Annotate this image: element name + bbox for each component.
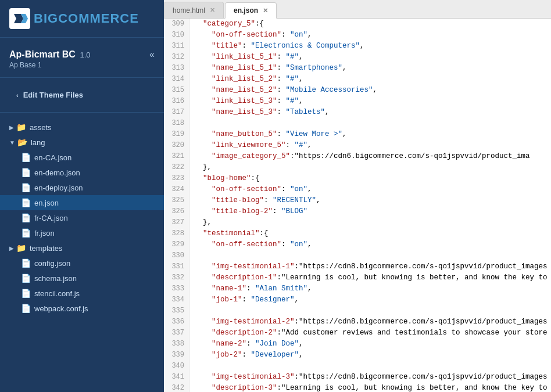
logo-bar: BIGCOMMERCE xyxy=(0,0,164,38)
fr-ca-label: fr-CA.json xyxy=(34,214,68,222)
assets-toggle-icon: ▶ xyxy=(9,124,14,131)
webpack-label: webpack.conf.js xyxy=(34,304,88,313)
sidebar-item-schema-json[interactable]: 📄 schema.json xyxy=(0,271,164,286)
code-line: "on-off-section": "on", xyxy=(194,239,546,250)
code-wrapper: "category_5":{ "on-off-section": "on", "… xyxy=(189,19,551,392)
code-line: "img-testimonial-3":"https://cdn8.bigcom… xyxy=(194,372,546,383)
sidebar-item-en-demo-json[interactable]: 📄 en-demo.json xyxy=(0,165,164,180)
app-info: Ap-Bicmart BC 1.0 « Ap Base 1 xyxy=(0,38,164,75)
lang-folder-icon: 📂 xyxy=(17,138,27,147)
sidebar-item-stencil-conf[interactable]: 📄 stencil.conf.js xyxy=(0,286,164,301)
sidebar-item-assets[interactable]: ▶ 📁 assets xyxy=(0,120,164,135)
sidebar-item-config-json[interactable]: 📄 config.json xyxy=(0,256,164,271)
en-demo-file-icon: 📄 xyxy=(21,168,31,177)
config-label: config.json xyxy=(34,259,70,268)
code-line: "name_list_5_3": "Tablets", xyxy=(194,107,546,118)
code-line xyxy=(194,361,546,372)
schema-file-icon: 📄 xyxy=(21,274,31,283)
editor-area: home.html ✕ en.json ✕ 309310311312313314… xyxy=(164,0,551,392)
en-ca-file-icon: 📄 xyxy=(21,153,31,162)
templates-label: templates xyxy=(30,244,62,253)
sidebar-item-webpack-conf[interactable]: 📄 webpack.conf.js xyxy=(0,301,164,316)
lang-label: lang xyxy=(31,138,45,147)
code-line: "title-blog": "RECENTLY", xyxy=(194,195,546,206)
code-line: "blog-home":{ xyxy=(194,173,546,184)
assets-label: assets xyxy=(30,123,52,132)
fr-file-icon: 📄 xyxy=(21,228,31,238)
edit-theme-files-button[interactable]: ‹ Edit Theme Files xyxy=(7,85,157,105)
code-line: "category_5":{ xyxy=(194,19,546,30)
en-ca-label: en-CA.json xyxy=(34,153,71,162)
webpack-file-icon: 📄 xyxy=(21,304,31,313)
logo-commerce: COMMERCE xyxy=(58,11,139,26)
schema-label: schema.json xyxy=(34,274,77,283)
file-tree: ▶ 📁 assets ▼ 📂 lang 📄 en-CA.json 📄 en-de… xyxy=(0,115,164,392)
code-line: "name-1": "Alan Smith", xyxy=(194,283,546,294)
code-line xyxy=(194,118,546,129)
tab-bar: home.html ✕ en.json ✕ xyxy=(164,0,551,19)
sidebar-divider-2 xyxy=(0,112,164,113)
config-file-icon: 📄 xyxy=(21,258,31,268)
line-numbers: 3093103113123133143153163173183193203213… xyxy=(164,19,189,392)
edit-theme-chevron-icon: ‹ xyxy=(16,92,19,99)
sidebar-item-lang[interactable]: ▼ 📂 lang xyxy=(0,135,164,150)
stencil-label: stencil.conf.js xyxy=(34,289,80,298)
code-line: "description-3":"Learning is cool, but k… xyxy=(194,383,546,392)
code-editor[interactable]: 3093103113123133143153163173183193203213… xyxy=(164,19,551,392)
bigcommerce-logo-icon xyxy=(9,8,30,29)
tab-en-json[interactable]: en.json ✕ xyxy=(225,2,277,19)
tab-home-html-close-icon[interactable]: ✕ xyxy=(210,6,215,14)
code-line: "img-testimonial-2":"https://cdn8.bigcom… xyxy=(194,317,546,328)
en-deploy-file-icon: 📄 xyxy=(21,183,31,192)
edit-theme-label: Edit Theme Files xyxy=(23,91,83,99)
code-line: "name_list_5_2": "Mobile Accessories", xyxy=(194,85,546,96)
sidebar-collapse-button[interactable]: « xyxy=(149,49,155,60)
fr-ca-file-icon: 📄 xyxy=(21,213,31,222)
code-line xyxy=(194,305,546,317)
code-line: }, xyxy=(194,217,546,228)
en-deploy-label: en-deploy.json xyxy=(34,184,83,192)
tab-en-json-close-icon[interactable]: ✕ xyxy=(263,7,268,15)
sidebar-item-en-deploy-json[interactable]: 📄 en-deploy.json xyxy=(0,180,164,195)
code-line: "description-1":"Learning is cool, but k… xyxy=(194,272,546,283)
sidebar-item-fr-json[interactable]: 📄 fr.json xyxy=(0,225,164,240)
code-line: "image_category_5":"https://cdn6.bigcomm… xyxy=(194,151,546,162)
templates-folder-icon: 📁 xyxy=(16,243,26,253)
code-line: "title": "Electronics & Computers", xyxy=(194,41,546,52)
code-content: "category_5":{ "on-off-section": "on", "… xyxy=(189,19,551,392)
code-line: "job-1": "Designer", xyxy=(194,294,546,305)
code-line: "link_list_5_3": "#", xyxy=(194,96,546,107)
en-demo-label: en-demo.json xyxy=(34,168,80,177)
code-line: "link_list_5_1": "#", xyxy=(194,52,546,63)
sidebar: BIGCOMMERCE Ap-Bicmart BC 1.0 « Ap Base … xyxy=(0,0,164,392)
code-line: "title-blog-2": "BLOG" xyxy=(194,206,546,217)
code-line: "link_viewmore_5": "#", xyxy=(194,140,546,151)
logo-text: BIGCOMMERCE xyxy=(34,11,139,26)
lang-toggle-icon: ▼ xyxy=(9,139,15,146)
app-version: 1.0 xyxy=(80,51,90,59)
logo-big: BIG xyxy=(34,11,58,26)
code-line: "job-2": "Developer", xyxy=(194,350,546,361)
code-line: "on-off-section": "on", xyxy=(194,30,546,41)
app-base: Ap Base 1 xyxy=(9,61,155,69)
assets-folder-icon: 📁 xyxy=(16,123,26,132)
sidebar-item-en-json[interactable]: 📄 en.json xyxy=(0,195,164,210)
templates-toggle-icon: ▶ xyxy=(9,245,14,251)
code-line: "link_list_5_2": "#", xyxy=(194,74,546,85)
sidebar-item-en-ca-json[interactable]: 📄 en-CA.json xyxy=(0,150,164,165)
en-json-label: en.json xyxy=(34,199,59,207)
code-line: "name-2": "Join Doe", xyxy=(194,339,546,350)
fr-label: fr.json xyxy=(34,229,55,238)
sidebar-divider-1 xyxy=(0,77,164,78)
en-json-file-icon: 📄 xyxy=(21,198,31,207)
code-line: "name_button_5": "View More >", xyxy=(194,129,546,140)
tab-home-html[interactable]: home.html ✕ xyxy=(164,2,224,18)
sidebar-item-fr-ca-json[interactable]: 📄 fr-CA.json xyxy=(0,210,164,225)
tab-en-json-label: en.json xyxy=(234,6,258,15)
code-line: }, xyxy=(194,162,546,173)
code-line xyxy=(194,250,546,261)
code-line: "on-off-section": "on", xyxy=(194,184,546,195)
code-line: "img-testimonial-1":"https://cdn8.bigcom… xyxy=(194,261,546,272)
stencil-file-icon: 📄 xyxy=(21,289,31,298)
sidebar-item-templates[interactable]: ▶ 📁 templates xyxy=(0,240,164,256)
